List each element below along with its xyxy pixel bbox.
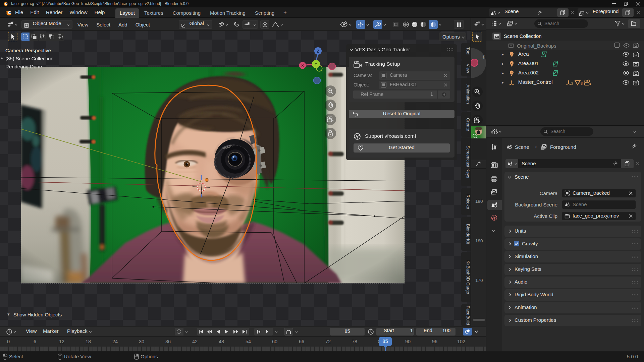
svg-text:Z: Z <box>317 49 319 54</box>
svg-text:X: X <box>301 63 304 68</box>
svg-text:Y: Y <box>315 62 317 67</box>
